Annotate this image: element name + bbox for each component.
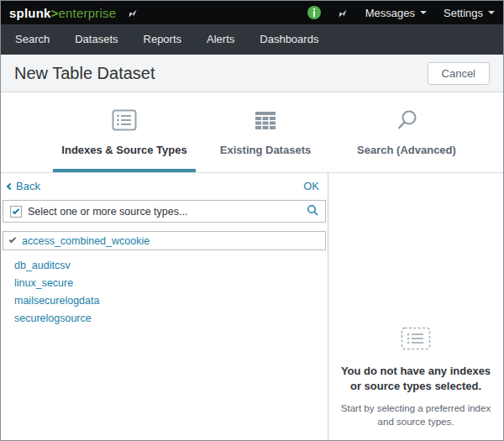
source-type-item[interactable]: securelogsource — [1, 310, 328, 328]
active-tab-underline — [53, 169, 196, 172]
back-link[interactable]: Back — [8, 180, 40, 192]
chevron-left-icon — [7, 183, 13, 190]
check-icon — [9, 235, 16, 242]
app-navbar: Search Datasets Reports Alerts Dashboard… — [1, 24, 503, 55]
search-placeholder: Select one or more source types... — [28, 206, 187, 218]
dataset-source-tabs: Indexes & Source Types Existing Datasets — [1, 92, 503, 173]
ok-link[interactable]: OK — [303, 180, 319, 192]
empty-state: You do not have any indexes or source ty… — [328, 327, 503, 428]
tab-label: Indexes & Source Types — [45, 144, 204, 156]
nav-item-alerts[interactable]: Alerts — [194, 24, 247, 55]
nav-item-search[interactable]: Search — [3, 24, 62, 55]
source-type-item-selected[interactable]: access_combined_wcookie — [3, 231, 326, 250]
info-icon[interactable] — [307, 6, 321, 19]
source-type-panel: Back OK Select one or more source types.… — [1, 173, 328, 440]
topbar-right: Messages Settings — [307, 6, 495, 19]
panel-toolbar: Back OK — [1, 173, 328, 197]
tab-label: Search (Advanced) — [339, 144, 474, 156]
empty-state-subtitle: Start by selecting a preferred index and… — [339, 402, 493, 428]
logo-brand: splunk — [9, 6, 51, 20]
splunk-logo[interactable]: splunk>enterprise — [9, 6, 116, 20]
preview-panel: You do not have any indexes or source ty… — [328, 173, 503, 440]
logo-product: enterprise — [59, 6, 117, 20]
source-type-label: access_combined_wcookie — [22, 235, 150, 247]
list-icon-dashed — [401, 327, 431, 354]
nav-item-reports[interactable]: Reports — [131, 24, 195, 55]
tab-indexes-source-types[interactable]: Indexes & Source Types — [45, 108, 204, 156]
select-all-checkbox[interactable] — [10, 206, 22, 218]
search-icon — [339, 108, 474, 133]
nav-item-datasets[interactable]: Datasets — [62, 24, 130, 55]
empty-state-title: You do not have any indexes or source ty… — [339, 364, 493, 393]
search-icon — [307, 204, 318, 219]
page-title: New Table Dataset — [14, 64, 155, 83]
tab-existing-datasets[interactable]: Existing Datasets — [202, 108, 328, 156]
source-type-item[interactable]: linux_secure — [1, 275, 328, 292]
source-type-item[interactable]: mailsecurelogdata — [1, 292, 328, 310]
caret-down-icon — [420, 11, 427, 14]
settings-label: Settings — [444, 7, 483, 19]
back-label: Back — [16, 180, 40, 192]
tab-search-advanced[interactable]: Search (Advanced) — [339, 108, 474, 156]
activity-icon[interactable] — [338, 8, 349, 18]
tab-label: Existing Datasets — [202, 144, 328, 156]
settings-dropdown[interactable]: Settings — [444, 7, 495, 19]
source-type-list: db_auditcsv linux_secure mailsecurelogda… — [1, 257, 328, 328]
app-icon[interactable] — [128, 8, 139, 18]
check-icon — [13, 207, 19, 213]
messages-label: Messages — [365, 7, 415, 19]
source-type-item[interactable]: db_auditcsv — [1, 257, 328, 275]
nav-item-dashboards[interactable]: Dashboards — [247, 24, 331, 55]
cancel-button[interactable]: Cancel — [428, 62, 490, 85]
topbar: splunk>enterprise Messages Settings — [1, 1, 503, 24]
caret-down-icon — [488, 11, 495, 14]
app-window: splunk>enterprise Messages Settings Sear… — [0, 0, 504, 441]
table-icon — [202, 108, 328, 133]
content-area: Back OK Select one or more source types.… — [1, 173, 503, 440]
page-header: New Table Dataset Cancel — [1, 55, 503, 92]
logo-gt: > — [51, 6, 59, 20]
source-type-search-field[interactable]: Select one or more source types... — [3, 200, 326, 223]
list-icon — [45, 108, 204, 133]
messages-dropdown[interactable]: Messages — [365, 7, 427, 19]
